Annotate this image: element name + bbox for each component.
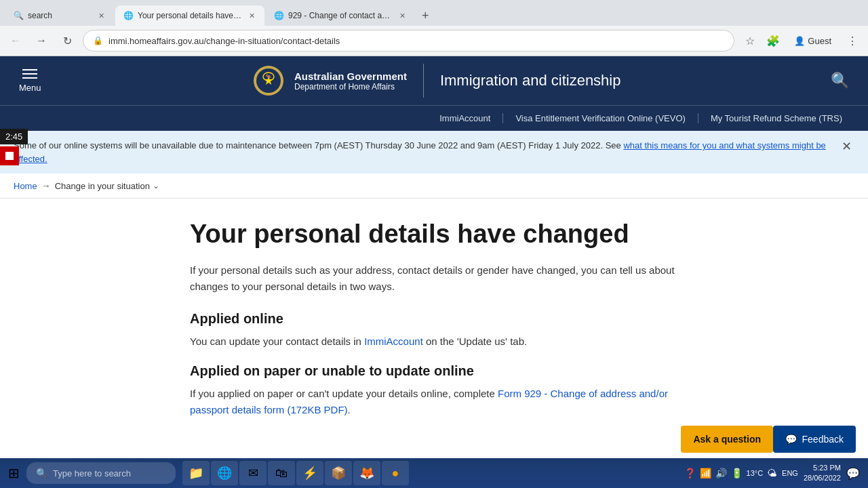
taskbar-app-blue[interactable]: 📦: [325, 461, 352, 485]
tab-active[interactable]: 🌐 Your personal details have chang... ✕: [115, 5, 264, 26]
gov-text: Australian Government Department of Home…: [294, 70, 407, 92]
menu-label: Menu: [19, 83, 41, 93]
immiaccount-link[interactable]: ImmiAccount: [364, 336, 423, 347]
taskbar-app-firefox[interactable]: 🦊: [353, 461, 380, 485]
lock-icon: 🔒: [93, 36, 103, 45]
taskbar-keyboard-icon: ENG: [782, 469, 798, 477]
section1-text: You can update your contact details in I…: [190, 333, 678, 350]
tab-search-icon: 🔍: [14, 11, 24, 20]
forward-button[interactable]: →: [31, 30, 52, 51]
start-button[interactable]: ⊞: [3, 462, 25, 484]
header-search-button[interactable]: 🔍: [825, 66, 854, 95]
alert-text: Some of our online systems will be unava…: [14, 139, 831, 165]
tab-bar: 🔍 search ✕ 🌐 Your personal details have …: [0, 0, 868, 26]
breadcrumb-arrow-1: →: [41, 180, 51, 191]
tab-929-close[interactable]: ✕: [398, 10, 407, 22]
nav-links-bar: ImmiAccount Visa Entitlement Verificatio…: [0, 105, 868, 131]
page-title: Your personal details have changed: [190, 219, 678, 250]
menu-toggle[interactable]: Menu: [14, 64, 47, 98]
extensions-button[interactable]: 🧩: [763, 30, 783, 51]
new-tab-button[interactable]: +: [416, 5, 435, 26]
feedback-button[interactable]: 💬 Feedback: [773, 426, 856, 453]
nav-link-trs[interactable]: My Tourist Refund Scheme (TRS): [698, 113, 854, 123]
tab-search-title: search: [28, 11, 93, 20]
taskbar-app-folder[interactable]: 📁: [182, 461, 210, 485]
browser-actions: ☆ 🧩: [740, 30, 783, 51]
reload-button[interactable]: ↻: [57, 30, 77, 51]
profile-icon: 👤: [794, 36, 805, 46]
bookmark-button[interactable]: ☆: [740, 30, 760, 51]
taskbar-right: ❓ 📶 🔊 🔋 13°C 🌤 ENG 5:23 PM 28/06/2022 💬: [684, 463, 865, 484]
breadcrumb-chevron: ⌄: [153, 181, 159, 190]
site-title: Immigration and citizenship: [440, 72, 621, 89]
tab-929-title: 929 - Change of contact and/or...: [288, 11, 394, 20]
svg-text:🦘: 🦘: [265, 73, 272, 80]
timer-stop-button[interactable]: [0, 146, 19, 165]
tab-active-close[interactable]: ✕: [248, 10, 256, 22]
header-logo-area: ★ 🦘 Australian Government Department of …: [47, 63, 825, 98]
taskbar-apps: 📁 🌐 ✉ 🛍 ⚡ 📦 🦊 ●: [177, 461, 683, 485]
menu-bar-1: [22, 69, 37, 70]
stop-icon: [5, 152, 14, 160]
address-bar-row: ← → ↻ 🔒 immi.homeaffairs.gov.au/change-i…: [0, 26, 868, 56]
tab-search[interactable]: 🔍 search ✕: [5, 5, 114, 26]
nav-link-vevo[interactable]: Visa Entitlement Verification Online (VE…: [503, 113, 698, 123]
taskbar-weather-icon: 🌤: [767, 468, 776, 479]
main-content: Your personal details have changed If yo…: [0, 199, 868, 452]
taskbar-system-icons: ❓ 📶 🔊 🔋 13°C 🌤: [684, 468, 777, 479]
menu-bar-2: [22, 73, 37, 75]
taskbar-help-icon[interactable]: ❓: [684, 468, 696, 479]
breadcrumb: Home → Change in your situation ⌄: [0, 174, 868, 199]
dept-name: Australian Government: [294, 70, 407, 82]
alert-close-button[interactable]: ✕: [839, 139, 854, 154]
search-icon: 🔍: [831, 72, 849, 89]
windows-logo-icon: ⊞: [8, 465, 20, 481]
sub-dept-name: Department of Home Affairs: [294, 82, 407, 92]
gov-logo: ★ 🦘 Australian Government Department of …: [251, 63, 407, 98]
taskbar-chat-button[interactable]: 💬: [846, 467, 860, 480]
browser-chrome: 🔍 search ✕ 🌐 Your personal details have …: [0, 0, 868, 56]
taskbar-battery-icon[interactable]: 🔋: [731, 468, 743, 479]
taskbar-app-store[interactable]: 🛍: [268, 461, 295, 485]
taskbar-network-icon[interactable]: 📶: [700, 468, 711, 479]
menu-button[interactable]: ⋮: [842, 30, 863, 51]
taskbar-app-chrome[interactable]: ●: [382, 461, 409, 485]
profile-name: Guest: [808, 36, 831, 46]
ask-question-button[interactable]: Ask a question: [681, 426, 773, 453]
section2-heading: Applied on paper or unable to update onl…: [190, 363, 678, 379]
taskbar-volume-icon[interactable]: 🔊: [715, 468, 727, 479]
taskbar-search-placeholder: Type here to search: [53, 468, 131, 479]
section2-text: If you applied on paper or can't update …: [190, 386, 678, 418]
tab-active-icon: 🌐: [123, 11, 134, 20]
coat-of-arms-icon: ★ 🦘: [251, 63, 286, 98]
timer-display: 2:45: [0, 129, 28, 144]
alert-banner: Some of our online systems will be unava…: [0, 131, 868, 174]
tab-active-title: Your personal details have chang...: [138, 11, 243, 20]
back-button[interactable]: ←: [5, 30, 26, 51]
header-divider: [423, 64, 424, 98]
feedback-icon: 💬: [785, 434, 797, 445]
tab-929-icon: 🌐: [274, 11, 284, 20]
taskbar: ⊞ 🔍 Type here to search 📁 🌐 ✉ 🛍 ⚡ 📦 🦊 ● …: [0, 458, 868, 488]
taskbar-clock[interactable]: 5:23 PM 28/06/2022: [804, 463, 841, 484]
profile-button[interactable]: 👤 Guest: [789, 33, 837, 49]
taskbar-temp-icon: 13°C: [747, 469, 764, 477]
address-bar[interactable]: 🔒 immi.homeaffairs.gov.au/change-in-situ…: [83, 30, 734, 52]
taskbar-app-mail[interactable]: ✉: [239, 461, 267, 485]
taskbar-app-yellow[interactable]: ⚡: [296, 461, 323, 485]
url-text: immi.homeaffairs.gov.au/change-in-situat…: [108, 36, 724, 46]
tab-929[interactable]: 🌐 929 - Change of contact and/or... ✕: [266, 5, 415, 26]
taskbar-search-icon: 🔍: [36, 468, 47, 479]
section1-heading: Applied online: [190, 311, 678, 327]
tab-search-close[interactable]: ✕: [97, 10, 106, 22]
breadcrumb-home[interactable]: Home: [14, 181, 37, 191]
menu-bar-3: [22, 77, 37, 79]
intro-text: If your personal details such as your ad…: [190, 262, 678, 295]
breadcrumb-current: Change in your situation ⌄: [55, 181, 159, 191]
taskbar-app-edge[interactable]: 🌐: [211, 461, 238, 485]
nav-link-immiaccount[interactable]: ImmiAccount: [427, 113, 503, 123]
site-header: Menu ★ 🦘 Australian Government Departmen…: [0, 56, 868, 105]
taskbar-search-box[interactable]: 🔍 Type here to search: [26, 462, 176, 484]
